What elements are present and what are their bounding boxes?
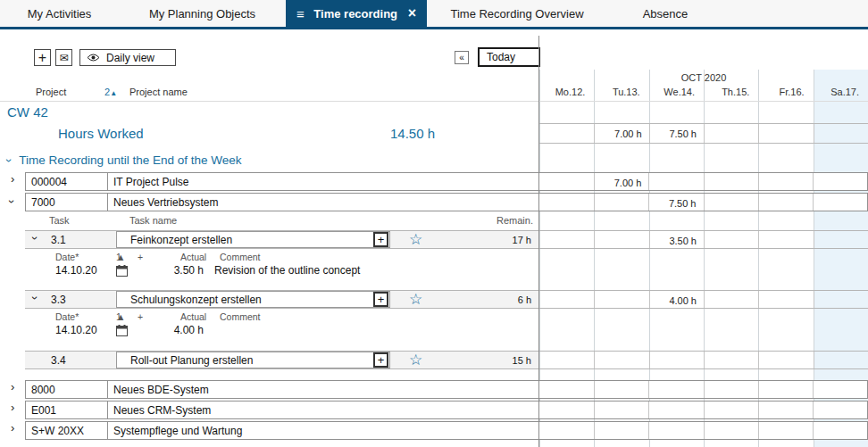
entry-actual-hours: 4.00 h [159,324,204,336]
today-button[interactable]: Today [478,47,540,67]
add-button[interactable]: + [34,49,51,66]
day-cell[interactable] [814,231,868,248]
section-label: Time Recording until the End of the Week [19,153,241,167]
day-cell[interactable]: 3.50 h [649,231,704,248]
day-cell[interactable] [758,173,813,190]
date-column-header: Date* [55,252,79,262]
day-cell[interactable] [648,381,703,398]
favorite-star-icon[interactable]: ☆ [409,230,422,249]
day-cell[interactable] [594,352,648,368]
expand-icon[interactable]: › [11,403,14,412]
tab-time-recording[interactable]: ≡ Time recording × [286,0,427,27]
add-entry-button[interactable]: + [373,292,388,307]
hours-day-cell: 7.00 h [594,124,648,143]
add-entry-button[interactable]: + [373,352,388,368]
day-cell[interactable] [539,194,594,211]
day-cell[interactable] [758,381,813,398]
day-cell[interactable] [539,231,594,248]
project-day-cells: 7.50 h [539,194,867,211]
entry-add-header[interactable]: + [138,311,143,322]
collapse-icon[interactable]: › [30,236,39,240]
day-cell[interactable] [758,291,813,308]
favorite-star-icon[interactable]: ☆ [409,351,422,369]
day-cell[interactable] [813,173,867,190]
day-cell[interactable] [539,352,594,368]
day-cell[interactable] [758,194,813,211]
task-row-3-4[interactable]: 3.4 Roll-out Planung erstellen + ☆ 15 h [25,351,868,369]
day-cell[interactable] [813,381,867,398]
day-cell[interactable] [814,352,868,368]
day-cell[interactable] [758,401,813,418]
favorite-star-icon[interactable]: ☆ [409,290,422,309]
day-cell[interactable] [704,194,758,211]
expand-icon[interactable]: › [11,175,14,184]
day-cell[interactable] [539,381,594,398]
time-entry-row[interactable]: 14.10.20 4.00 h [0,323,539,339]
day-cell[interactable] [594,401,648,418]
day-cell[interactable] [594,291,648,308]
day-cell[interactable] [648,173,703,190]
day-cell[interactable] [704,381,758,398]
day-cell[interactable] [814,291,868,308]
day-cell[interactable] [649,352,704,368]
tab-my-activities[interactable]: My Activities [0,0,119,27]
day-cell[interactable]: 7.50 h [648,194,703,211]
day-cell[interactable] [539,401,594,418]
remaining-hours: 17 h [513,235,531,245]
day-cell[interactable] [758,422,813,439]
day-cell[interactable] [704,401,758,418]
task-row-3-3[interactable]: › 3.3 Schulungskonzept erstellen + ☆ 6 h… [25,290,868,309]
day-cell[interactable] [539,291,594,308]
expand-icon[interactable]: › [11,383,14,392]
tab-absence[interactable]: Absence [607,0,723,27]
time-entry-row[interactable]: 14.10.20 3.50 h Revision of the outline … [0,263,539,279]
day-cell[interactable] [594,422,648,439]
day-cell[interactable] [704,352,758,368]
day-cell[interactable] [813,401,867,418]
collapse-icon[interactable]: › [7,200,16,203]
calendar-icon[interactable] [116,264,128,280]
day-header: Th.15. [704,87,758,99]
day-cell[interactable]: 7.00 h [594,173,648,190]
previous-period-button[interactable]: « [455,51,469,64]
day-cell[interactable] [539,173,594,190]
project-row-000004[interactable]: › 000004 IT Project Pulse 7.00 h [25,172,868,191]
calendar-icon[interactable] [116,324,128,340]
day-cell[interactable] [539,422,594,439]
project-row-7000[interactable]: › 7000 Neues Vertriebsystem 7.50 h [25,193,868,211]
tab-label: Absence [643,7,689,21]
day-cell[interactable] [594,231,648,248]
collapse-icon[interactable]: › [30,296,39,300]
day-cell[interactable] [704,231,758,248]
day-cell[interactable] [704,422,758,439]
day-cell[interactable] [594,381,648,398]
day-cell[interactable] [758,352,813,368]
tab-my-planning-objects[interactable]: My Planning Objects [119,0,286,27]
panel-divider[interactable] [538,36,539,447]
project-code-cell: E001 [26,401,108,418]
tab-label: My Planning Objects [149,7,255,21]
project-row-8000[interactable]: › 8000 Neues BDE-System [25,380,868,399]
expand-icon[interactable]: › [11,424,14,433]
mail-button[interactable]: ✉ [55,49,72,66]
day-cell[interactable] [704,173,758,190]
add-entry-button[interactable]: + [373,232,388,247]
sort-up-icon: ▲ [116,311,125,322]
sort-indicator[interactable]: 2▲ [104,87,117,97]
day-cell[interactable] [648,422,703,439]
day-cell[interactable]: 4.00 h [649,291,704,308]
day-cell[interactable] [813,194,867,211]
tab-time-recording-overview[interactable]: Time Recording Overview [427,0,607,27]
day-cell[interactable] [704,291,758,308]
day-cell[interactable] [813,422,867,439]
project-row-e001[interactable]: › E001 Neues CRM-System [25,401,868,419]
day-cell[interactable] [594,194,648,211]
entry-add-header[interactable]: + [138,252,143,262]
close-icon[interactable]: × [408,5,416,21]
day-cell[interactable] [648,401,703,418]
task-row-3-1[interactable]: › 3.1 Feinkonzept erstellen + ☆ 17 h 3.5… [25,230,868,249]
view-selector[interactable]: Daily view [79,49,176,66]
section-time-recording-until-end-of-week[interactable]: › Time Recording until the End of the We… [7,153,241,167]
project-row-sw20xx[interactable]: › S+W 20XX Systempflege und Wartung [25,421,868,440]
day-cell[interactable] [758,231,813,248]
